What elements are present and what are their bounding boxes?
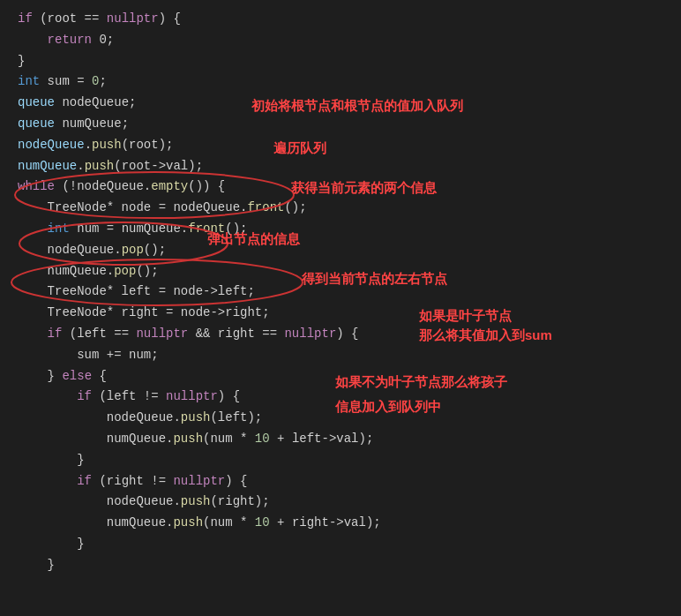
code-line: int num = numQueue.front(); bbox=[18, 219, 663, 240]
code-line: int sum = 0; bbox=[18, 71, 663, 93]
ann5a: 得到当前节点的左右节点 bbox=[302, 267, 447, 290]
ann7b: 信息加入到队列中 bbox=[335, 395, 441, 418]
code-line: queue numQueue; bbox=[18, 114, 663, 135]
code-line: nodeQueue.push(right); bbox=[18, 492, 663, 513]
code-line: numQueue.push(num * 10 + right->val); bbox=[18, 513, 663, 534]
ann1: 初始将根节点和根节点的值加入队列 bbox=[251, 94, 463, 117]
code-line: if (root == nullptr) { bbox=[18, 9, 663, 30]
code-line: TreeNode* node = nodeQueue.front(); bbox=[18, 198, 663, 219]
ann2: 遍历队列 bbox=[273, 137, 326, 160]
code-line: numQueue.push(num * 10 + left->val); bbox=[18, 429, 663, 450]
code-line: nodeQueue.push(root); bbox=[18, 135, 663, 156]
code-line: nodeQueue.pop(); bbox=[18, 240, 663, 261]
code-line: if (right != nullptr) { bbox=[18, 471, 663, 492]
ann7a: 如果不为叶子节点那么将孩子 bbox=[335, 371, 507, 394]
code-line: numQueue.push(root->val); bbox=[18, 156, 663, 177]
code-line: } bbox=[18, 51, 663, 72]
code-line: } bbox=[18, 450, 663, 471]
ann4: 弹出节点的信息 bbox=[207, 228, 300, 251]
code-area: if (root == nullptr) { return 0;}int sum… bbox=[0, 0, 681, 585]
code-line: if (left == nullptr && right == nullptr)… bbox=[18, 324, 663, 345]
code-line: } bbox=[18, 555, 663, 576]
ann3: 获得当前元素的两个信息 bbox=[291, 177, 437, 199]
code-line: return 0; bbox=[18, 30, 663, 51]
code-line: } bbox=[18, 534, 663, 555]
code-line: sum += num; bbox=[18, 345, 663, 366]
ann6b: 那么将其值加入到sum bbox=[419, 324, 552, 347]
code-line: TreeNode* right = node->right; bbox=[18, 303, 663, 324]
